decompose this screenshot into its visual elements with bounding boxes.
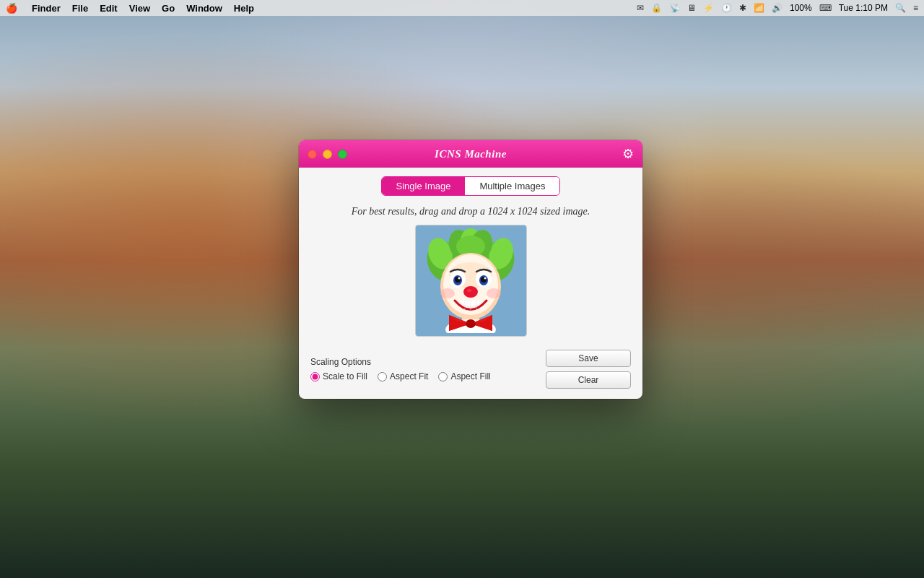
search-icon[interactable]: 🔍 bbox=[895, 3, 906, 13]
tab-bar: Single Image Multiple Images bbox=[299, 168, 642, 202]
tab-container: Single Image Multiple Images bbox=[381, 176, 561, 196]
clock: Tue 1:10 PM bbox=[839, 3, 888, 13]
radio-scale-to-fill[interactable]: Scale to Fill bbox=[310, 371, 367, 381]
radio-scale-to-fill-input[interactable] bbox=[310, 372, 320, 381]
svg-point-20 bbox=[467, 289, 471, 292]
svg-point-25 bbox=[487, 288, 501, 298]
radio-aspect-fit-input[interactable] bbox=[378, 372, 387, 381]
controls-row: Scaling Options Scale to Fill Aspect Fit… bbox=[299, 344, 642, 399]
clear-button[interactable]: Clear bbox=[546, 371, 631, 389]
radio-aspect-fill-label: Aspect Fill bbox=[450, 371, 490, 381]
battery-percent: 100% bbox=[790, 3, 812, 13]
window-controls bbox=[308, 150, 347, 159]
menu-finder[interactable]: Finder bbox=[32, 3, 61, 14]
menu-help[interactable]: Help bbox=[234, 3, 254, 14]
tab-single-image[interactable]: Single Image bbox=[382, 177, 466, 195]
battery-full-icon: ⚡ bbox=[703, 3, 714, 13]
mail-icon: ✉ bbox=[637, 3, 644, 13]
volume-icon: 🔊 bbox=[772, 3, 783, 13]
apple-menu[interactable]: 🍎 bbox=[6, 3, 17, 14]
image-drop-zone[interactable] bbox=[299, 225, 642, 344]
menubar-left: 🍎 Finder File Edit View Go Window Help bbox=[6, 3, 254, 14]
window-title: ICNS Machine bbox=[435, 148, 507, 160]
clown-image bbox=[416, 225, 526, 336]
menu-view[interactable]: View bbox=[129, 3, 150, 14]
minimize-button[interactable] bbox=[323, 150, 332, 159]
subtitle-text: For best results, drag and drop a 1024 x… bbox=[299, 202, 642, 225]
menubar: 🍎 Finder File Edit View Go Window Help ✉… bbox=[0, 0, 924, 16]
scaling-label: Scaling Options bbox=[310, 357, 546, 367]
tab-multiple-images[interactable]: Multiple Images bbox=[465, 177, 559, 195]
airport-icon: 📡 bbox=[669, 3, 680, 13]
radio-aspect-fit[interactable]: Aspect Fit bbox=[378, 371, 428, 381]
bluetooth-icon: ✱ bbox=[739, 3, 746, 13]
radio-group: Scale to Fill Aspect Fit Aspect Fill bbox=[310, 371, 546, 381]
image-preview[interactable] bbox=[415, 225, 527, 337]
svg-point-14 bbox=[458, 277, 461, 280]
settings-gear-icon[interactable]: ⚙ bbox=[622, 146, 634, 162]
close-button[interactable] bbox=[308, 150, 317, 159]
menubar-right: ✉ 🔒 📡 🖥 ⚡ 🕐 ✱ 📶 🔊 100% ⌨ Tue 1:10 PM 🔍 ≡ bbox=[637, 3, 918, 13]
app-window: ICNS Machine ⚙ Single Image Multiple Ima… bbox=[299, 140, 642, 399]
save-button[interactable]: Save bbox=[546, 350, 631, 367]
maximize-button[interactable] bbox=[338, 150, 347, 159]
radio-aspect-fit-label: Aspect Fit bbox=[390, 371, 428, 381]
lock-icon: 🔒 bbox=[651, 3, 662, 13]
svg-point-24 bbox=[440, 288, 455, 298]
menu-window[interactable]: Window bbox=[186, 3, 222, 14]
buttons-section: Save Clear bbox=[546, 350, 631, 389]
radio-aspect-fill[interactable]: Aspect Fill bbox=[438, 371, 490, 381]
titlebar: ICNS Machine ⚙ bbox=[299, 140, 642, 168]
menu-go[interactable]: Go bbox=[162, 3, 175, 14]
radio-scale-to-fill-label: Scale to Fill bbox=[323, 371, 367, 381]
time-machine-icon: 🕐 bbox=[721, 3, 732, 13]
keyboard-icon: ⌨ bbox=[819, 3, 832, 13]
menu-file[interactable]: File bbox=[72, 3, 88, 14]
menu-edit[interactable]: Edit bbox=[100, 3, 118, 14]
list-icon[interactable]: ≡ bbox=[913, 3, 918, 13]
display-icon: 🖥 bbox=[687, 3, 696, 13]
scaling-section: Scaling Options Scale to Fill Aspect Fit… bbox=[310, 357, 546, 381]
wifi-icon: 📶 bbox=[754, 3, 764, 13]
svg-point-19 bbox=[463, 286, 478, 298]
svg-point-18 bbox=[484, 277, 487, 280]
radio-aspect-fill-input[interactable] bbox=[438, 372, 448, 381]
